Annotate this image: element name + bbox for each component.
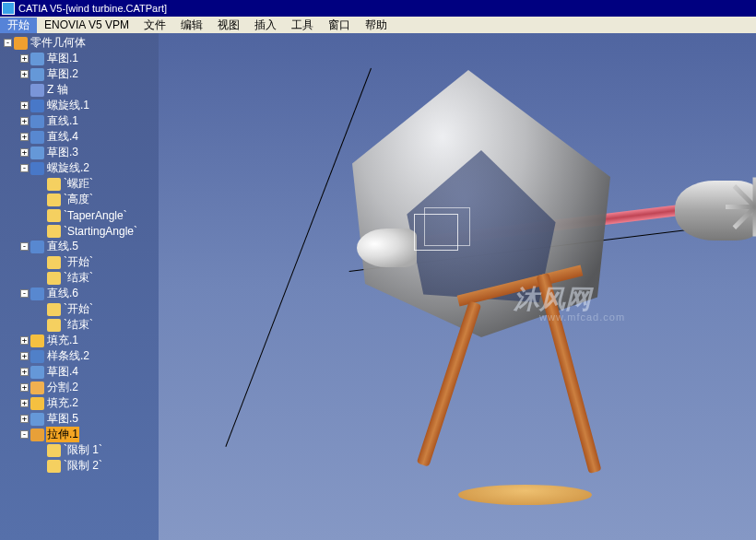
tree-item-label: `高度` bbox=[63, 192, 94, 207]
tree-item-label: 草图.2 bbox=[46, 66, 79, 82]
workspace: -零件几何体+草图.1+草图.2Z 轴+螺旋线.1+直线.1+直线.4+草图.3… bbox=[0, 33, 756, 540]
menu-enovia[interactable]: ENOVIA V5 VPM bbox=[37, 18, 136, 31]
tree-expander-icon[interactable]: - bbox=[4, 39, 12, 47]
tree-item-label: `开始` bbox=[63, 301, 94, 317]
menu-view[interactable]: 视图 bbox=[210, 18, 247, 33]
menu-insert[interactable]: 插入 bbox=[247, 18, 284, 33]
menu-file[interactable]: 文件 bbox=[136, 18, 173, 33]
doc-title: [wind turbine.CATPart] bbox=[65, 3, 167, 14]
tree-item[interactable]: Z 轴 bbox=[0, 82, 159, 98]
tree-expander-icon[interactable]: + bbox=[20, 383, 29, 392]
tree-item[interactable]: +螺旋线.1 bbox=[0, 98, 159, 113]
tree-item[interactable]: +直线.4 bbox=[0, 129, 159, 145]
tree-item[interactable]: +草图.2 bbox=[0, 66, 159, 82]
app-title: CATIA V5 bbox=[18, 3, 62, 14]
sketch-icon bbox=[30, 53, 44, 65]
tree-item[interactable]: `结束` bbox=[0, 317, 159, 333]
tree-item[interactable]: `限制 2` bbox=[0, 458, 159, 474]
tree-expander-icon[interactable]: + bbox=[20, 352, 29, 360]
menu-window[interactable]: 窗口 bbox=[321, 18, 358, 33]
tree-item-label: 直线.5 bbox=[46, 239, 79, 254]
helix-icon bbox=[30, 162, 44, 175]
axis-line-vertical bbox=[225, 68, 372, 447]
tree-item[interactable]: `开始` bbox=[0, 254, 159, 270]
line-icon bbox=[30, 131, 44, 144]
tree-expander-icon[interactable]: + bbox=[20, 415, 29, 423]
tree-expander-icon[interactable]: + bbox=[20, 133, 29, 141]
tree-item[interactable]: `TaperAngle` bbox=[0, 207, 159, 223]
tree-expander-icon[interactable]: - bbox=[20, 164, 29, 172]
param-icon bbox=[47, 303, 61, 316]
sketch-icon bbox=[30, 366, 44, 379]
param-icon bbox=[47, 209, 61, 222]
param-icon bbox=[47, 256, 61, 269]
tree-item[interactable]: `螺距` bbox=[0, 176, 159, 192]
tree-item[interactable]: +草图.1 bbox=[0, 51, 159, 66]
tree-item[interactable]: +分割.2 bbox=[0, 380, 159, 395]
tree-item[interactable]: `结束` bbox=[0, 270, 159, 286]
tree-expander-icon[interactable]: + bbox=[20, 368, 29, 376]
tree-item[interactable]: -直线.5 bbox=[0, 239, 159, 254]
tree-item-label: `限制 2` bbox=[63, 458, 103, 474]
tree-item[interactable]: `开始` bbox=[0, 301, 159, 317]
nose-cone bbox=[357, 229, 417, 267]
tree-expander-icon[interactable]: + bbox=[20, 117, 29, 125]
param-icon bbox=[47, 444, 61, 457]
tree-expander-icon[interactable]: + bbox=[20, 54, 29, 63]
tree-item[interactable]: +草图.4 bbox=[0, 364, 159, 380]
tree-expander-icon[interactable]: + bbox=[20, 70, 29, 78]
tree-item[interactable]: `高度` bbox=[0, 192, 159, 207]
tree-item[interactable]: -零件几何体 bbox=[0, 35, 159, 51]
menu-help[interactable]: 帮助 bbox=[358, 18, 395, 33]
tree-item-label: 分割.2 bbox=[46, 380, 79, 395]
menu-bar: 开始 ENOVIA V5 VPM 文件 编辑 视图 插入 工具 窗口 帮助 bbox=[0, 17, 756, 33]
menu-edit[interactable]: 编辑 bbox=[173, 18, 210, 33]
tree-item[interactable]: -直线.6 bbox=[0, 286, 159, 301]
tree-item-label: 草图.4 bbox=[46, 364, 79, 380]
3d-viewport[interactable]: 沐风网 www.mfcad.com bbox=[159, 33, 756, 540]
tree-item[interactable]: +草图.5 bbox=[0, 411, 159, 427]
tree-item[interactable]: -拉伸.1 bbox=[0, 427, 159, 442]
param-icon bbox=[47, 319, 61, 332]
tree-expander-icon[interactable]: + bbox=[20, 101, 29, 110]
sketch-icon bbox=[30, 68, 44, 81]
tree-expander-icon[interactable]: - bbox=[20, 430, 29, 439]
tree-item[interactable]: +直线.1 bbox=[0, 113, 159, 129]
tree-item[interactable]: +草图.3 bbox=[0, 145, 159, 160]
menu-start[interactable]: 开始 bbox=[0, 18, 37, 33]
spline-icon bbox=[30, 350, 44, 363]
tree-expander-icon[interactable]: + bbox=[20, 148, 29, 157]
tree-expander-icon[interactable]: - bbox=[20, 242, 29, 251]
selection-wireframe bbox=[414, 214, 458, 251]
sketch-icon bbox=[30, 413, 44, 426]
tree-expander-icon[interactable]: + bbox=[20, 399, 29, 407]
menu-tools[interactable]: 工具 bbox=[284, 18, 321, 33]
axis-icon bbox=[30, 84, 44, 97]
tree-item[interactable]: `限制 1` bbox=[0, 442, 159, 458]
title-bar: CATIA V5 - [wind turbine.CATPart] bbox=[0, 0, 756, 17]
param-icon bbox=[47, 194, 61, 206]
tree-item-label: 拉伸.1 bbox=[46, 427, 79, 442]
tree-item-label: 草图.3 bbox=[46, 145, 79, 160]
tree-item[interactable]: +填充.2 bbox=[0, 395, 159, 411]
sketch-icon bbox=[30, 147, 44, 159]
tree-item[interactable]: +样条线.2 bbox=[0, 348, 159, 364]
fill-icon bbox=[30, 397, 44, 410]
line-icon bbox=[30, 288, 44, 300]
tree-item-label: 直线.6 bbox=[46, 286, 79, 301]
tree-item-label: `TaperAngle` bbox=[63, 209, 128, 222]
tree-item-label: 直线.1 bbox=[46, 113, 79, 129]
watermark-url: www.mfcad.com bbox=[539, 311, 625, 323]
tree-item[interactable]: -螺旋线.2 bbox=[0, 160, 159, 176]
tree-item-label: `螺距` bbox=[63, 176, 94, 192]
tree-expander-icon[interactable]: + bbox=[20, 336, 29, 345]
param-icon bbox=[47, 272, 61, 285]
tree-expander-icon[interactable]: - bbox=[20, 289, 29, 298]
feature-tree[interactable]: -零件几何体+草图.1+草图.2Z 轴+螺旋线.1+直线.1+直线.4+草图.3… bbox=[0, 33, 159, 540]
tree-item-label: `StartingAngle` bbox=[63, 225, 138, 238]
tree-item[interactable]: +填充.1 bbox=[0, 333, 159, 348]
tree-item[interactable]: `StartingAngle` bbox=[0, 223, 159, 239]
tree-item-label: 草图.1 bbox=[46, 51, 79, 66]
param-icon bbox=[47, 178, 61, 191]
tree-item-label: `限制 1` bbox=[63, 442, 103, 458]
